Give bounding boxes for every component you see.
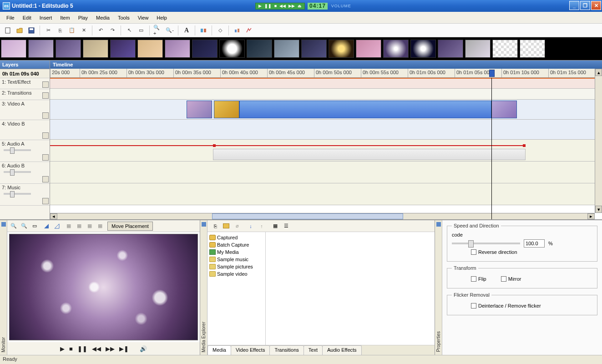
tmc-prev-icon[interactable]: ◀◀ (279, 4, 286, 8)
audio-clip[interactable] (213, 149, 526, 160)
menu-edit[interactable]: Edit (19, 14, 35, 22)
tree-node-sample-video[interactable]: Sample video (208, 270, 264, 278)
layer-options-icon[interactable] (42, 176, 49, 182)
copy-button[interactable]: ⎘ (55, 25, 65, 35)
layer-options-icon[interactable] (42, 112, 49, 119)
video-clip[interactable] (214, 101, 239, 118)
timeline-ruler[interactable]: 20s 000 0h 00m 25s 000 0h 00m 30s 000 0h… (50, 69, 602, 78)
me-remove-icon[interactable]: ⌀ (233, 222, 241, 230)
layer-options-icon[interactable] (42, 132, 49, 139)
menu-tools[interactable]: Tools (114, 14, 133, 22)
layer-video-a[interactable]: 3: Video A (0, 100, 50, 120)
undo-button[interactable]: ↶ (96, 25, 106, 35)
menu-file[interactable]: File (3, 14, 18, 22)
tree-node-mymedia[interactable]: My Media (208, 248, 264, 256)
filmstrip-thumb[interactable] (165, 40, 190, 58)
minimize-button[interactable]: _ (569, 1, 579, 10)
filmstrip-thumb[interactable] (137, 40, 163, 58)
filmstrip-thumb[interactable] (356, 40, 381, 58)
tmc-next-icon[interactable]: ▶▶ (288, 4, 295, 8)
open-file-button[interactable] (15, 25, 25, 35)
layer-options-icon[interactable] (42, 81, 49, 88)
filmstrip-thumb[interactable] (83, 40, 108, 58)
filmstrip-thumb[interactable] (410, 40, 436, 58)
mon-zoom-in-icon[interactable]: 🔍 (9, 222, 18, 231)
menu-item[interactable]: Item (56, 14, 73, 22)
deinterlace-checkbox[interactable]: Deinterlace / Remove flicker (471, 303, 541, 308)
layer-options-icon[interactable] (42, 92, 49, 99)
tree-node-sample-music[interactable]: Sample music (208, 256, 264, 263)
layer-music[interactable]: 7: Music (0, 184, 50, 206)
mon-zoom-out-icon[interactable]: 🔍 (20, 222, 29, 231)
me-folder-icon[interactable] (222, 222, 230, 230)
mon-grid2-icon[interactable]: ▦ (75, 222, 84, 231)
reverse-direction-checkbox[interactable]: Reverse direction (471, 249, 517, 255)
track-transitions[interactable] (50, 89, 602, 100)
marker-button[interactable]: ◇ (215, 25, 225, 35)
mon-quality2-icon[interactable] (52, 222, 61, 231)
tab-media[interactable]: Media (207, 345, 231, 355)
filmstrip-thumb[interactable] (247, 40, 272, 58)
split-button[interactable] (198, 25, 208, 35)
mon-fit-icon[interactable]: ▭ (30, 222, 39, 231)
mute-icon[interactable]: 🔊 (140, 345, 147, 352)
speed-slider[interactable] (452, 243, 520, 244)
monitor-tab[interactable]: Monitor (0, 220, 7, 355)
layer-options-icon[interactable] (42, 154, 49, 161)
timeline-tracks[interactable] (50, 78, 602, 219)
layer-texteffect[interactable]: 1: Text/Effect (0, 78, 50, 89)
filmstrip-thumb[interactable] (329, 40, 354, 58)
tree-node-captured[interactable]: Captured (208, 234, 264, 241)
monitor-preview[interactable] (9, 234, 198, 340)
music-volume-slider[interactable] (4, 193, 31, 195)
move-placement-button[interactable]: Move Placement (107, 222, 153, 231)
menu-play[interactable]: Play (75, 14, 91, 22)
timeline-vscroll[interactable]: ▴ ▾ (595, 69, 602, 213)
track-video-b[interactable] (50, 120, 602, 140)
layer-options-icon[interactable] (42, 198, 49, 204)
filmstrip-thumb[interactable] (465, 40, 491, 58)
new-file-button[interactable] (3, 25, 13, 35)
tab-audio-effects[interactable]: Audio Effects (322, 345, 362, 355)
tree-node-batch[interactable]: Batch Capture (208, 241, 264, 248)
filmstrip-thumb[interactable] (56, 40, 81, 58)
scroll-up-icon[interactable]: ▴ (595, 69, 602, 76)
playhead[interactable] (491, 78, 492, 219)
track-music[interactable] (50, 183, 602, 205)
menu-view[interactable]: View (134, 14, 152, 22)
filmstrip-thumb[interactable] (520, 40, 545, 58)
mirror-checkbox[interactable]: Mirror (501, 276, 521, 282)
filmstrip-thumb[interactable] (28, 40, 54, 58)
me-add-icon[interactable]: ⎘ (211, 222, 219, 230)
end-icon[interactable]: ▶❚ (119, 345, 129, 352)
timeline-hscroll[interactable]: ◂ ▸ (50, 213, 595, 219)
scroll-left-icon[interactable]: ◂ (50, 213, 57, 219)
zoom-in-button[interactable]: 🔍+ (153, 25, 163, 35)
layer-audio-a[interactable]: 5: Audio A (0, 140, 50, 162)
audio-b-volume-slider[interactable] (4, 171, 31, 173)
delete-button[interactable]: ✕ (79, 25, 89, 35)
tab-video-effects[interactable]: Video Effects (231, 345, 270, 355)
scroll-right-icon[interactable]: ▸ (587, 213, 595, 219)
zoom-out-button[interactable]: 🔍- (165, 25, 175, 35)
media-explorer-tab[interactable]: Media Explorer (200, 220, 207, 355)
pointer-tool-button[interactable]: ↖ (124, 25, 134, 35)
paste-button[interactable]: 📋 (67, 25, 77, 35)
filmstrip-thumb[interactable] (110, 40, 136, 58)
filmstrip-thumb[interactable] (492, 40, 518, 58)
pause-icon[interactable]: ❚❚ (77, 345, 87, 352)
tmc-play-icon[interactable]: ▶ (258, 4, 262, 8)
filmstrip-thumb[interactable] (1, 40, 26, 58)
filmstrip-thumb[interactable] (192, 40, 218, 58)
mon-quality1-icon[interactable] (42, 222, 51, 231)
media-content-area[interactable] (266, 232, 435, 345)
menu-insert[interactable]: Insert (36, 14, 56, 22)
menu-media[interactable]: Media (92, 14, 113, 22)
tmc-stop-icon[interactable]: ■ (274, 4, 277, 8)
layer-audio-b[interactable]: 6: Audio B (0, 162, 50, 184)
track-texteffect[interactable] (50, 78, 602, 89)
layer-video-b[interactable]: 4: Video B (0, 120, 50, 140)
mon-grid4-icon[interactable]: ▦ (96, 222, 105, 231)
video-clip[interactable] (239, 101, 491, 118)
flip-checkbox[interactable]: Flip (471, 276, 486, 282)
